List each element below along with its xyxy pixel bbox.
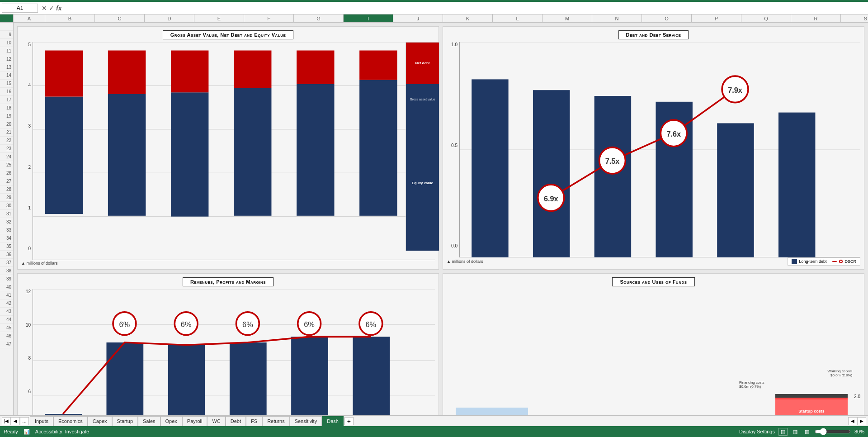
- startup-costs-bar: Startup costs $0.5M (28.7%): [775, 399, 848, 415]
- tab-scroll-right[interactable]: ▶: [857, 417, 866, 425]
- svg-text:7.9x: 7.9x: [728, 86, 742, 94]
- status-right: Display Settings ▤ ▥ ▦ 80%: [739, 428, 864, 436]
- chart3-y-8: 8: [28, 356, 31, 361]
- chart2-legend: Long-term debt DSCR: [788, 257, 860, 266]
- tab-fs[interactable]: FS: [246, 416, 262, 426]
- col-R[interactable]: R: [791, 14, 841, 22]
- tab-dash[interactable]: Dash: [322, 416, 344, 426]
- col-B[interactable]: B: [45, 14, 95, 22]
- view-page-icon[interactable]: ▦: [803, 428, 811, 435]
- tab-nav-prev[interactable]: ◀: [11, 417, 20, 425]
- chart1-y-0: 0: [28, 246, 31, 251]
- status-left: Ready 📊 Accessibility: Investigate: [4, 429, 89, 435]
- row-30: 30: [0, 202, 13, 210]
- chart3-y-6: 6: [28, 389, 31, 394]
- zoom-level: 80%: [854, 429, 864, 434]
- row-34: 34: [0, 234, 13, 242]
- col-G[interactable]: G: [294, 14, 344, 22]
- row-44: 44: [0, 316, 13, 324]
- display-settings[interactable]: Display Settings: [739, 429, 775, 434]
- chart-gross-asset-value[interactable]: Gross Asset Value, Net Debt and Equity V…: [17, 26, 439, 270]
- row-14: 14: [0, 71, 13, 80]
- zoom-slider[interactable]: [815, 428, 851, 435]
- chart-revenues[interactable]: Revenues, Profits and Margins 12 10 8 6 …: [17, 273, 439, 415]
- tab-opex[interactable]: Opex: [160, 416, 182, 426]
- equity-bar: Equity $0.9M (51.5%): [456, 408, 528, 415]
- chart-debt-service[interactable]: Debt and Debt Service 1.0 0.5 0.0: [443, 26, 864, 270]
- col-O[interactable]: O: [642, 14, 692, 22]
- col-L[interactable]: L: [493, 14, 542, 22]
- bar-2025-red: [45, 51, 83, 97]
- col-J[interactable]: J: [393, 14, 443, 22]
- chart4-y-axis: 2.0 1.5 1.0 0.5: [852, 394, 860, 415]
- tab-sales[interactable]: Sales: [138, 416, 160, 426]
- chart1-y-4: 4: [28, 83, 31, 88]
- col-I[interactable]: I: [344, 14, 393, 22]
- row-41: 41: [0, 291, 13, 299]
- view-layout-icon[interactable]: ▥: [791, 428, 799, 435]
- tab-returns[interactable]: Returns: [262, 416, 290, 426]
- sheet-body[interactable]: Gross Asset Value, Net Debt and Equity V…: [14, 23, 868, 415]
- tab-inputs[interactable]: Inputs: [30, 416, 53, 426]
- cancel-icon[interactable]: ✕: [42, 5, 47, 12]
- bar-2026-blue: [108, 94, 146, 216]
- function-icon[interactable]: fx: [56, 5, 61, 12]
- tab-startup[interactable]: Startup: [112, 416, 138, 426]
- svg-text:6%: 6%: [181, 320, 192, 328]
- chart3-y-10: 10: [26, 323, 31, 328]
- chart2-y-10: 1.0: [451, 42, 458, 47]
- tab-wc[interactable]: WC: [207, 416, 225, 426]
- col-Q[interactable]: Q: [741, 14, 791, 22]
- col-S[interactable]: S: [841, 14, 868, 22]
- row-13: 13: [0, 63, 13, 71]
- status-bar: Ready 📊 Accessibility: Investigate Displ…: [0, 426, 868, 437]
- row-45: 45: [0, 324, 13, 332]
- tab-scroll-left[interactable]: ◀: [848, 417, 857, 425]
- row-37: 37: [0, 259, 13, 267]
- col-A[interactable]: A: [14, 14, 45, 22]
- charts-container: Gross Asset Value, Net Debt and Equity V…: [14, 23, 868, 415]
- dscr-line: [551, 89, 735, 198]
- col-N[interactable]: N: [592, 14, 642, 22]
- col-E[interactable]: E: [194, 14, 244, 22]
- row-number-column: 9 10 11 12 13 14 15 16 17 18 19 20 21 22…: [0, 23, 14, 415]
- tab-sensitivity[interactable]: Sensitivity: [290, 416, 322, 426]
- rev-bar-2027: [168, 345, 205, 415]
- row-23: 23: [0, 145, 13, 153]
- bar-2028-blue: [234, 88, 271, 216]
- tab-economics[interactable]: Economics: [53, 416, 88, 426]
- tab-debt[interactable]: Debt: [226, 416, 246, 426]
- tab-nav-dots[interactable]: …: [20, 417, 29, 425]
- uses-column: Financing costs $0.0m (0.7%) Working cap…: [775, 394, 848, 415]
- row-28: 28: [0, 185, 13, 194]
- row-21: 21: [0, 128, 13, 137]
- cell-reference[interactable]: A1: [2, 4, 38, 13]
- accessibility-status[interactable]: Accessibility: Investigate: [35, 429, 89, 434]
- view-normal-icon[interactable]: ▤: [778, 428, 788, 436]
- col-C[interactable]: C: [95, 14, 145, 22]
- col-M[interactable]: M: [542, 14, 592, 22]
- col-P[interactable]: P: [692, 14, 741, 22]
- rev-bar-2029: [291, 337, 328, 415]
- chart1-y-5: 5: [28, 42, 31, 47]
- row-25: 25: [0, 161, 13, 169]
- working-capital-annotation: Working capital $0.0m (2.8%): [828, 369, 853, 377]
- bar-2026-red: [108, 51, 146, 94]
- tab-payroll[interactable]: Payroll: [182, 416, 208, 426]
- confirm-icon[interactable]: ✓: [49, 5, 54, 12]
- chart1-svg: 2025 2026 2027 2028 2029 2030: [33, 42, 435, 260]
- bar-2029-blue: [297, 84, 334, 216]
- col-K[interactable]: K: [443, 14, 493, 22]
- add-sheet-button[interactable]: +: [344, 417, 354, 425]
- row-31: 31: [0, 210, 13, 218]
- tab-nav-first[interactable]: |◀: [2, 417, 11, 425]
- col-F[interactable]: F: [244, 14, 294, 22]
- tab-capex[interactable]: Capex: [88, 416, 112, 426]
- chart1-y-1: 1: [28, 205, 31, 210]
- svg-text:6%: 6%: [119, 320, 130, 328]
- chart4-title: Sources and Uses of Funds: [612, 277, 694, 286]
- row-32: 32: [0, 218, 13, 226]
- chart-sources-uses[interactable]: Sources and Uses of Funds Equity $0.9M (…: [443, 273, 864, 415]
- col-D[interactable]: D: [145, 14, 194, 22]
- formula-input[interactable]: [65, 4, 866, 12]
